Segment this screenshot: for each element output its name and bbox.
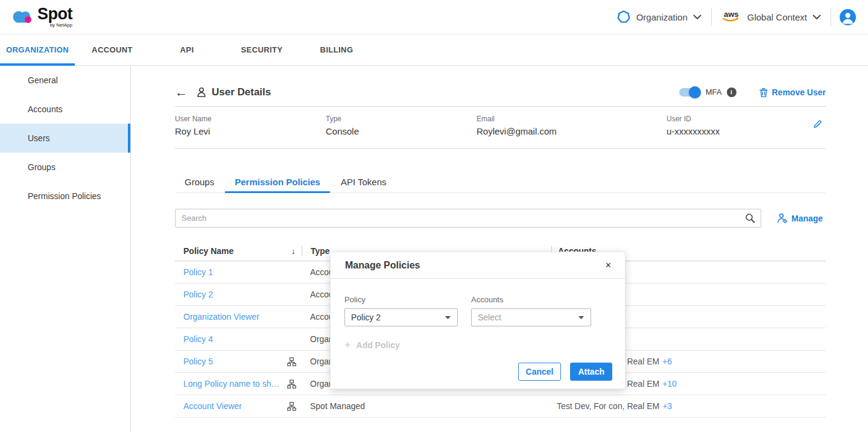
search-input[interactable] <box>175 209 761 227</box>
accounts-select-placeholder: Select <box>478 313 501 322</box>
user-icon <box>196 87 207 98</box>
policy-select-value: Policy 2 <box>351 313 381 322</box>
nav-item-security[interactable]: SECURITY <box>224 34 299 65</box>
field-label-username: User Name <box>175 115 326 123</box>
detail-tabs: Groups Permission Policies API Tokens <box>175 173 826 193</box>
accounts-select-label: Accounts <box>471 295 591 304</box>
more-accounts-link[interactable]: +6 <box>662 357 672 366</box>
cancel-button[interactable]: Cancel <box>518 363 562 381</box>
attach-button[interactable]: Attach <box>570 363 612 381</box>
top-bar: Spot by NetApp Organization <box>0 0 868 34</box>
sidebar-item-general[interactable]: General <box>0 66 130 95</box>
nav-item-organization[interactable]: ORGANIZATION <box>0 34 75 65</box>
manage-policies-modal: Manage Policies ✕ Policy Policy 2 Accoun… <box>330 252 626 389</box>
more-accounts-link[interactable]: +10 <box>662 379 677 389</box>
field-value-email: Roylevi@gmail.com <box>477 126 667 136</box>
field-label-type: Type <box>326 115 477 123</box>
more-accounts-link[interactable]: +3 <box>662 401 672 411</box>
global-context-switcher[interactable]: aws Global Context <box>712 10 831 24</box>
accounts-select[interactable]: Select <box>471 308 591 326</box>
field-label-email: Email <box>477 115 667 123</box>
tab-permission-policies[interactable]: Permission Policies <box>225 173 330 192</box>
policy-name-link[interactable]: Policy 2 <box>183 290 213 299</box>
topbar-divider <box>831 8 831 26</box>
sidebar-item-permission-policies[interactable]: Permission Policies <box>0 182 130 211</box>
org-hierarchy-icon <box>287 380 296 389</box>
sidebar-item-groups[interactable]: Groups <box>0 153 130 182</box>
remove-user-button[interactable]: Remove User <box>759 87 826 97</box>
sort-descending-icon[interactable]: ↓ <box>291 246 296 256</box>
tab-api-tokens[interactable]: API Tokens <box>331 173 396 192</box>
global-context-label: Global Context <box>747 12 807 22</box>
user-fields: User Name Roy Levi Type Console Email Ro… <box>175 107 826 149</box>
trash-icon <box>759 87 768 97</box>
nav-item-account[interactable]: ACCOUNT <box>75 34 150 65</box>
policy-name-link[interactable]: Organization Viewer <box>183 312 259 322</box>
organization-switcher-label: Organization <box>636 12 688 22</box>
field-label-userid: User ID <box>667 115 813 123</box>
policy-name-link[interactable]: Account Viewer <box>183 401 242 411</box>
sidebar-item-users[interactable]: Users <box>0 124 130 153</box>
spot-logo: Spot by NetApp <box>11 6 72 28</box>
close-icon[interactable]: ✕ <box>605 261 612 270</box>
nav-item-billing[interactable]: BILLING <box>299 34 374 65</box>
chevron-down-icon <box>693 14 702 20</box>
nav-item-api[interactable]: API <box>150 34 224 65</box>
field-value-userid: u-xxxxxxxxxx <box>667 126 813 136</box>
manage-label: Manage <box>791 214 823 223</box>
heptagon-icon <box>616 10 631 24</box>
remove-user-label: Remove User <box>772 87 826 97</box>
page-title: User Details <box>212 86 271 98</box>
search-icon[interactable] <box>745 213 755 226</box>
aws-logo-icon: aws <box>721 10 742 24</box>
org-hierarchy-icon <box>287 402 296 411</box>
info-icon[interactable]: i <box>727 87 737 97</box>
modal-title: Manage Policies <box>345 260 420 271</box>
mfa-label: MFA <box>706 87 722 97</box>
policies-toolbar: Manage <box>175 209 826 227</box>
user-avatar[interactable] <box>840 9 856 25</box>
policy-select-label: Policy <box>344 295 458 304</box>
back-arrow-icon[interactable]: ← <box>175 86 188 98</box>
policy-name-link[interactable]: Policy 5 <box>183 357 213 366</box>
tab-groups[interactable]: Groups <box>175 173 224 192</box>
edit-pencil-icon[interactable] <box>813 119 822 132</box>
add-policy-label: Add Policy <box>356 340 400 350</box>
organization-switcher[interactable]: Organization <box>607 10 711 24</box>
user-gear-icon <box>777 213 788 223</box>
policy-type: Spot Managed <box>310 401 365 411</box>
add-policy-button[interactable]: + Add Policy <box>344 340 612 351</box>
sidebar-item-accounts[interactable]: Accounts <box>0 95 130 124</box>
caret-down-icon <box>445 316 451 320</box>
chevron-down-icon <box>813 14 821 20</box>
policy-name-link[interactable]: Policy 4 <box>183 334 213 344</box>
field-value-username: Roy Levi <box>175 126 326 136</box>
mfa-toggle[interactable] <box>679 88 700 97</box>
page-header: ← User Details MFA i <box>175 78 826 107</box>
field-value-type: Console <box>326 126 477 136</box>
sidebar: General Accounts Users Groups Permission… <box>0 66 131 432</box>
plus-icon: + <box>344 340 351 351</box>
logo-sub-text: by NetApp <box>50 23 72 28</box>
primary-nav: ORGANIZATION ACCOUNT API SECURITY BILLIN… <box>0 34 868 66</box>
policy-accounts: Test Dev, For con, Real EM <box>557 401 659 411</box>
spot-cloud-icon <box>11 8 34 27</box>
policy-name-link[interactable]: Policy 1 <box>183 267 213 277</box>
org-hierarchy-icon <box>287 357 296 366</box>
column-header-policy-name: Policy Name <box>183 246 233 256</box>
caret-down-icon <box>578 316 584 320</box>
manage-button[interactable]: Manage <box>777 213 823 223</box>
table-row: Account Viewer Spot Managed Test <box>175 395 826 418</box>
policy-select[interactable]: Policy 2 <box>344 308 458 326</box>
column-header-type: Type <box>311 246 330 256</box>
mfa-toggle-knob <box>689 86 701 98</box>
logo-brand-text: Spot <box>37 6 72 22</box>
app-window: Spot by NetApp Organization <box>0 0 868 432</box>
policy-name-link[interactable]: Long Policy name to show... <box>183 379 280 389</box>
